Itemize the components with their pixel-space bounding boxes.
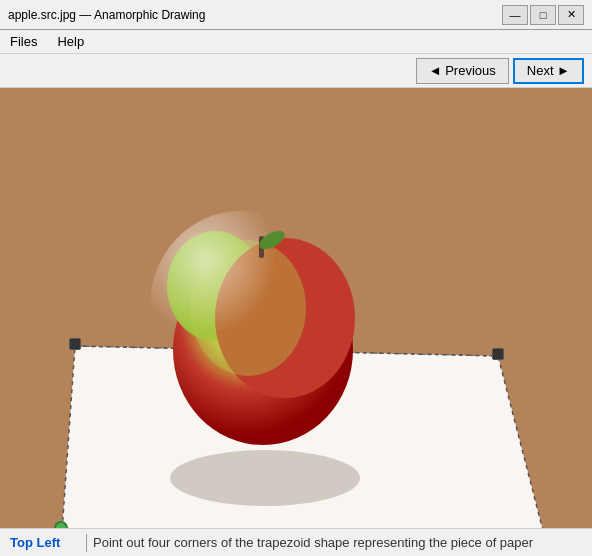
status-message: Point out four corners of the trapezoid … [93, 535, 533, 550]
maximize-button[interactable]: □ [530, 5, 556, 25]
window-controls: — □ ✕ [502, 5, 584, 25]
minimize-button[interactable]: — [502, 5, 528, 25]
control-point-top-right[interactable] [492, 348, 504, 360]
menu-bar: Files Help [0, 30, 592, 54]
status-bar: Top Left Point out four corners of the t… [0, 528, 592, 556]
toolbar: ◄ Previous Next ► [0, 54, 592, 88]
status-label: Top Left [0, 535, 80, 550]
canvas-area [0, 88, 592, 528]
menu-files[interactable]: Files [4, 32, 43, 51]
close-button[interactable]: ✕ [558, 5, 584, 25]
menu-help[interactable]: Help [51, 32, 90, 51]
title-bar: apple.src.jpg — Anamorphic Drawing — □ ✕ [0, 0, 592, 30]
canvas-svg [0, 88, 592, 528]
status-divider [86, 534, 87, 552]
control-point-top-left[interactable] [69, 338, 81, 350]
previous-button[interactable]: ◄ Previous [416, 58, 509, 84]
apple-highlight [150, 211, 330, 401]
next-button[interactable]: Next ► [513, 58, 584, 84]
apple-shadow [170, 450, 360, 506]
control-point-bottom-left[interactable] [54, 521, 68, 528]
window-title: apple.src.jpg — Anamorphic Drawing [8, 8, 205, 22]
